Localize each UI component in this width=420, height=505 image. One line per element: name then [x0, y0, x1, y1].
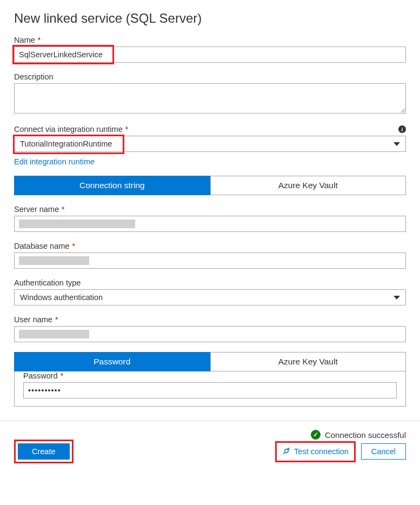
required-icon: * [72, 242, 75, 250]
description-input[interactable] [14, 83, 406, 114]
connection-status: ✓ Connection successful [311, 430, 406, 440]
required-icon: * [61, 371, 63, 380]
redacted-value [19, 330, 89, 338]
info-icon[interactable]: i [398, 125, 406, 133]
test-connection-button[interactable]: Test connection [278, 443, 353, 460]
name-label: Name* [14, 36, 406, 44]
redacted-value [19, 220, 135, 228]
chevron-down-icon [394, 142, 400, 146]
password-type-tabs: Password Azure Key Vault [14, 352, 406, 371]
connection-type-tabs: Connection string Azure Key Vault [14, 176, 406, 195]
highlight-box: Test connection [275, 441, 356, 462]
required-icon: * [55, 315, 58, 324]
create-button[interactable]: Create [18, 443, 70, 460]
check-icon: ✓ [311, 430, 321, 440]
description-label: Description [14, 72, 406, 81]
auth-type-select[interactable]: Windows authentication [14, 289, 406, 305]
password-label: Password* [23, 371, 397, 380]
chevron-down-icon [394, 296, 400, 300]
auth-type-label: Authentication type [14, 278, 406, 287]
tab-connection-string[interactable]: Connection string [14, 176, 210, 195]
runtime-select[interactable]: TutorialIntegrationRuntime [14, 136, 406, 152]
password-input[interactable] [23, 382, 397, 398]
user-name-input[interactable] [14, 326, 406, 342]
edit-runtime-link[interactable]: Edit integration runtime [14, 157, 95, 166]
database-name-input[interactable] [14, 252, 406, 269]
user-name-label: User name* [14, 315, 406, 324]
tab-azure-key-vault-pw[interactable]: Azure Key Vault [210, 352, 406, 371]
server-name-input[interactable] [14, 216, 406, 232]
plug-icon [282, 447, 291, 457]
runtime-label: Connect via integration runtime* i [14, 125, 406, 134]
name-input[interactable] [14, 46, 406, 63]
required-icon: * [62, 205, 64, 214]
database-name-label: Database name* [14, 242, 406, 250]
highlight-box: Create [14, 440, 74, 463]
cancel-button[interactable]: Cancel [361, 443, 406, 460]
svg-point-0 [285, 449, 288, 452]
required-icon: * [38, 36, 41, 44]
page-title: New linked service (SQL Server) [14, 11, 406, 26]
tab-azure-key-vault-conn[interactable]: Azure Key Vault [210, 176, 406, 195]
redacted-value [19, 256, 89, 265]
server-name-label: Server name* [14, 205, 406, 214]
required-icon: * [125, 125, 128, 134]
tab-password[interactable]: Password [14, 352, 210, 371]
